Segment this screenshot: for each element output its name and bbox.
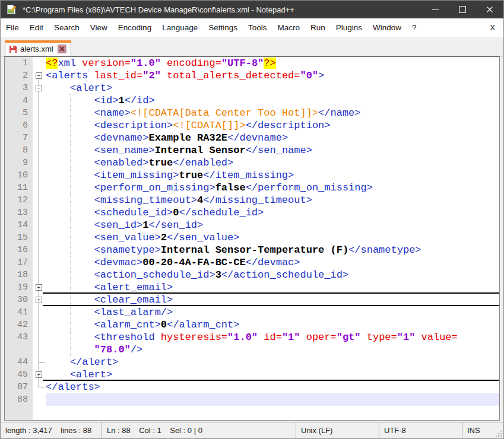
editor-pane[interactable]: 1<?xml version="1.0" encoding="UTF-8"?>2… [4,56,500,421]
menu-item-encoding[interactable]: Encoding [113,23,157,32]
line-number[interactable]: 41 [5,306,33,319]
tab-alerts-xml[interactable]: alerts.xml [5,40,71,56]
code-line[interactable]: 45 <alert> [5,368,499,381]
fold-expand-icon[interactable] [36,284,42,291]
code-line-text[interactable]: <enabled>true</enabled> [46,157,499,169]
code-line[interactable]: 13 <schedule_id>0</schedule_id> [5,206,499,219]
menu-item-settings[interactable]: Settings [203,23,243,32]
line-number[interactable]: 2 [5,69,33,82]
tab-close-button[interactable] [58,44,66,53]
code-line[interactable]: 8 <sen_name>Internal Sensor</sen_name> [5,144,499,157]
menu-item-language[interactable]: Language [157,23,203,32]
menu-item-run[interactable]: Run [305,23,331,32]
maximize-button[interactable] [449,1,476,18]
fold-expand-icon[interactable] [36,371,42,378]
line-number[interactable]: 12 [5,194,33,206]
menu-item-file[interactable]: File [1,23,24,32]
code-line[interactable]: 4 <id>1</id> [5,94,499,107]
line-number[interactable]: 87 [5,381,33,393]
code-line[interactable]: 6 <description><![CDATA[]]></description… [5,119,499,132]
line-number[interactable]: 42 [5,319,33,331]
code-line-text[interactable]: <snametype>Internal Sensor-Temperature (… [46,244,499,256]
title-bar[interactable]: *C:\Program Files (x86)\AVTECH Device Ma… [1,1,503,18]
code-line-text[interactable]: <item_missing>true</item_missing> [46,169,499,182]
line-number[interactable]: 4 [5,94,33,107]
code-line-text[interactable]: <devmac>00-20-4A-FA-BC-CE</devmac> [46,256,499,269]
code-line[interactable]: 42 <alarm_cnt>0</alarm_cnt> [5,319,499,331]
line-number[interactable]: 6 [5,119,33,132]
line-number[interactable]: 18 [5,269,33,281]
code-line[interactable]: 44 </alert> [5,356,499,368]
code-line[interactable]: 11 <perform_on_missing>false</perform_on… [5,182,499,194]
menu-item-plugins[interactable]: Plugins [331,23,367,32]
menu-item-tools[interactable]: Tools [243,23,272,32]
code-line-text[interactable]: <description><![CDATA[]]></description> [46,119,499,132]
code-line-text[interactable]: <alert_email> [46,281,499,294]
code-line-text[interactable]: "78.0"/> [46,343,499,356]
line-number[interactable]: 16 [5,244,33,256]
code-line-text[interactable]: <schedule_id>0</schedule_id> [46,206,499,219]
code-line[interactable]: 7 <devname>Example RA32E</devname> [5,132,499,144]
code-line[interactable]: 41 <last_alarm/> [5,306,499,319]
code-line[interactable]: 3 <alert> [5,82,499,94]
menu-item-window[interactable]: Window [367,23,407,32]
resize-grip-icon[interactable] [500,435,502,437]
code-line-text[interactable]: <sen_value>2</sen_value> [46,231,499,244]
line-number[interactable]: 44 [5,356,33,368]
close-button[interactable] [476,1,503,18]
minimize-button[interactable] [421,1,449,18]
status-insert-mode[interactable]: INS [462,422,503,438]
code-line-text[interactable]: <sen_name>Internal Sensor</sen_name> [46,144,499,157]
code-line-text[interactable] [46,393,499,406]
code-line-text[interactable]: <name><![CDATA[Data Center Too Hot]]></n… [46,107,499,119]
code-line-text[interactable]: <sen_id>1</sen_id> [46,219,499,231]
code-line[interactable]: 43 <threshold hysteresis="1.0" id="1" op… [5,331,499,343]
menu-item-view[interactable]: View [85,23,113,32]
code-line[interactable]: 17 <devmac>00-20-4A-FA-BC-CE</devmac> [5,256,499,269]
code-line[interactable]: 1<?xml version="1.0" encoding="UTF-8"?> [5,57,499,69]
code-line[interactable]: 15 <sen_value>2</sen_value> [5,231,499,244]
code-line[interactable]: 18 <action_schedule_id>3</action_schedul… [5,269,499,281]
fold-expand-icon[interactable] [36,297,42,303]
code-line[interactable]: 14 <sen_id>1</sen_id> [5,219,499,231]
code-line[interactable]: 5 <name><![CDATA[Data Center Too Hot]]><… [5,107,499,119]
code-line[interactable]: 16 <snametype>Internal Sensor-Temperatur… [5,244,499,256]
code-line-text[interactable]: <clear_email> [46,294,499,306]
code-line-text[interactable]: <action_schedule_id>3</action_schedule_i… [46,269,499,281]
line-number[interactable]: 43 [5,331,33,343]
line-number[interactable]: 15 [5,231,33,244]
status-eol-format[interactable]: Unix (LF) [296,422,379,438]
code-line-text[interactable]: <alerts last_id="2" total_alerts_detecte… [46,69,499,82]
code-line-text[interactable]: <?xml version="1.0" encoding="UTF-8"?> [46,57,499,69]
fold-collapse-icon[interactable] [36,85,42,91]
line-number[interactable]: 1 [5,57,33,69]
line-number[interactable]: 14 [5,219,33,231]
status-encoding[interactable]: UTF-8 [379,422,462,438]
code-line[interactable]: 19 <alert_email> [5,281,499,294]
line-number[interactable]: 9 [5,157,33,169]
code-line-text[interactable]: <last_alarm/> [46,306,499,319]
code-area[interactable]: 1<?xml version="1.0" encoding="UTF-8"?>2… [5,57,499,406]
code-line[interactable]: 10 <item_missing>true</item_missing> [5,169,499,182]
line-number[interactable]: 30 [5,294,33,306]
code-line-text[interactable]: <threshold hysteresis="1.0" id="1" oper=… [46,331,499,343]
line-number[interactable] [5,343,33,356]
code-line[interactable]: 88 [5,393,499,406]
line-number[interactable]: 88 [5,393,33,406]
code-line-text[interactable]: <alert> [46,368,499,381]
line-number[interactable]: 17 [5,256,33,269]
menu-item-search[interactable]: Search [49,23,85,32]
code-line[interactable]: "78.0"/> [5,343,499,356]
code-line[interactable]: 9 <enabled>true</enabled> [5,157,499,169]
code-line[interactable]: 30 <clear_email> [5,294,499,306]
line-number[interactable]: 3 [5,82,33,94]
code-line-text[interactable]: </alerts> [46,381,499,393]
code-line[interactable]: 12 <missing_timeout>4</missing_timeout> [5,194,499,206]
code-line-text[interactable]: <perform_on_missing>false</perform_on_mi… [46,182,499,194]
line-number[interactable]: 7 [5,132,33,144]
code-line-text[interactable]: <alarm_cnt>0</alarm_cnt> [46,319,499,331]
line-number[interactable]: 11 [5,182,33,194]
line-number[interactable]: 5 [5,107,33,119]
code-line-text[interactable]: <id>1</id> [46,94,499,107]
code-line-text[interactable]: </alert> [46,356,499,368]
